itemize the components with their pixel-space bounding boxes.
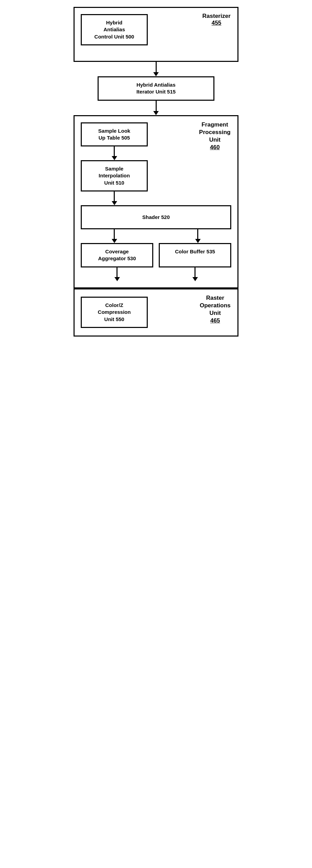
shader-num: 520 (161, 214, 170, 220)
arrow-shader-to-coverage (81, 229, 148, 243)
shader-box: Shader 520 (81, 205, 231, 229)
arrow-head-6 (195, 239, 201, 243)
rou-label: RasterOperationsUnit 465 (200, 294, 231, 325)
arrow-shaft-7 (116, 267, 118, 277)
coverage-colorbuffer-row: CoverageAggregator 530 Color Buffer 535 (81, 243, 231, 267)
coverage-label: CoverageAggregator (98, 249, 129, 261)
iterator-num: 515 (167, 89, 176, 95)
arrow-shader-to-colorbuffer (164, 229, 231, 243)
coverage-num: 530 (127, 255, 136, 261)
arrow-coverage-to-colz (81, 267, 153, 281)
fpu-num: 460 (210, 144, 220, 151)
arrow-iterator-to-fpu (123, 101, 190, 115)
diagram: HybridAntialiasControl Unit 500 Rasteriz… (74, 7, 238, 337)
arrow-colorbuffer-to-rou (159, 267, 231, 281)
bottom-arrows-row (81, 267, 231, 281)
rasterizer-num: 455 (212, 20, 221, 26)
arrow-head (153, 72, 159, 76)
siu-num: 510 (116, 180, 124, 186)
arrow-head-3 (112, 156, 117, 160)
arrow-shaft-4 (114, 191, 115, 201)
arrow-siu-to-shader (81, 191, 148, 205)
rasterizer-title: Rasterizer (202, 13, 231, 19)
arrow-head-8 (192, 277, 198, 281)
arrow-head-2 (153, 111, 159, 115)
arrow-head-7 (114, 277, 120, 281)
hacu-label: HybridAntialiasControl Unit (94, 20, 125, 40)
siu-label: SampleInterpolationUnit (99, 166, 130, 186)
arrow-head-4 (112, 201, 117, 205)
slut-num: 505 (121, 135, 130, 141)
color-buffer-box: Color Buffer 535 (159, 243, 231, 267)
shader-arrows-row (81, 229, 231, 243)
colz-num: 550 (116, 316, 124, 322)
arrow-slut-to-siu (81, 146, 148, 160)
hacu-box: HybridAntialiasControl Unit 500 (81, 14, 148, 45)
rou-num: 465 (210, 317, 220, 324)
shader-label: Shader (142, 214, 160, 220)
arrow-shaft-8 (194, 267, 196, 277)
arrow-shaft-3 (114, 146, 115, 156)
coverage-box: CoverageAggregator 530 (81, 243, 153, 267)
arrow-shaft-2 (156, 101, 157, 111)
colz-label: Color/ZCompressionUnit (98, 302, 131, 322)
arrow-shaft-6 (197, 229, 198, 239)
arrow-rasterizer-to-iterator (123, 62, 190, 76)
colz-box: Color/ZCompressionUnit 550 (81, 297, 148, 328)
rou-title: RasterOperationsUnit (200, 295, 231, 316)
color-buffer-num: 535 (207, 249, 215, 254)
fpu-label: FragmentProcessingUnit 460 (199, 121, 231, 151)
fpu-container: FragmentProcessingUnit 460 Sample LookUp… (74, 115, 238, 288)
rasterizer-container: HybridAntialiasControl Unit 500 Rasteriz… (74, 7, 238, 62)
rou-container: Color/ZCompressionUnit 550 RasterOperati… (74, 288, 238, 337)
fpu-title: FragmentProcessingUnit (199, 121, 231, 143)
color-buffer-label: Color Buffer (175, 249, 205, 254)
hacu-num: 500 (125, 34, 134, 40)
siu-box: SampleInterpolationUnit 510 (81, 160, 148, 191)
rasterizer-label: Rasterizer 455 (202, 13, 231, 26)
arrow-shaft-5 (114, 229, 115, 239)
slut-box: Sample LookUp Table 505 (81, 122, 148, 147)
arrow-head-5 (112, 239, 117, 243)
iterator-box: Hybrid AntialiasIterator Unit 515 (98, 76, 214, 101)
arrow-shaft (156, 62, 157, 72)
